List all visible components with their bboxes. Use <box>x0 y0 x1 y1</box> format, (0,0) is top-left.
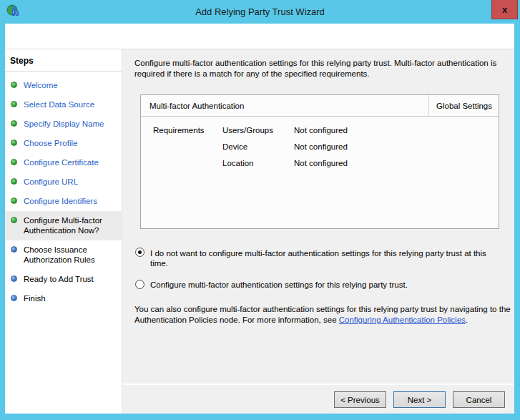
table-row-location: Location Not configured <box>222 159 348 167</box>
requirement-name: Users/Groups <box>222 126 294 135</box>
step-label: Configure URL <box>24 177 78 187</box>
requirements-label: Requirements <box>153 126 222 175</box>
close-icon: x <box>502 5 507 14</box>
configuring-authentication-policies-link[interactable]: Configuring Authentication Policies <box>339 316 466 324</box>
step-item-configure-identifiers: Configure Identifiers <box>5 192 122 211</box>
footnote-period: . <box>466 316 468 324</box>
requirement-name: Device <box>222 142 294 151</box>
wizard-header-band <box>5 24 514 49</box>
step-label: Configure Multi-factor Authentication No… <box>24 215 119 235</box>
step-label: Choose Profile <box>24 138 77 148</box>
step-label: Ready to Add Trust <box>24 274 94 284</box>
titlebar: Add Relying Party Trust Wizard x <box>0 0 520 24</box>
step-label: Select Data Source <box>24 99 94 109</box>
window-title: Add Relying Party Trust Wizard <box>195 6 325 17</box>
page-content: Configure multi-factor authentication se… <box>122 49 514 384</box>
requirement-name: Location <box>222 159 294 167</box>
footnote: You can also configure multi-factor auth… <box>134 304 514 326</box>
step-upcoming-icon <box>11 295 17 301</box>
table-row-users-groups: Users/Groups Not configured <box>222 126 348 135</box>
step-item-choose-profile: Choose Profile <box>5 134 122 153</box>
wizard-window: Add Relying Party Trust Wizard x Steps W… <box>0 0 520 420</box>
table-header-mfa: Multi-factor Authentication <box>141 95 428 116</box>
step-label: Configure Identifiers <box>24 196 97 206</box>
step-item-configure-url: Configure URL <box>5 172 122 192</box>
step-done-icon <box>11 159 17 165</box>
step-label: Specify Display Name <box>24 119 104 129</box>
next-button[interactable]: Next > <box>393 391 446 408</box>
step-done-icon <box>11 82 17 88</box>
radio-unselected-icon[interactable] <box>135 280 144 289</box>
table-header: Multi-factor Authentication Global Setti… <box>141 95 499 117</box>
wizard-page: Configure multi-factor authentication se… <box>122 49 514 414</box>
adfs-app-icon <box>6 4 19 17</box>
requirement-value: Not configured <box>294 142 348 151</box>
step-item-configure-certificate: Configure Certificate <box>5 153 122 172</box>
step-item-choose-issuance-authorization-rules: Choose Issuance Authorization Rules <box>5 240 122 270</box>
table-row-device: Device Not configured <box>222 142 348 151</box>
page-description: Configure multi-factor authentication se… <box>134 58 512 79</box>
footer-bar: < Previous Next > Cancel <box>122 384 514 414</box>
step-item-finish: Finish <box>5 289 122 308</box>
table-header-global-settings: Global Settings <box>428 95 499 116</box>
step-item-welcome: Welcome <box>5 76 122 95</box>
table-body: Requirements Users/Groups Not configured… <box>141 117 499 175</box>
step-done-icon <box>11 178 17 185</box>
option-configure-mfa[interactable]: Configure multi-factor authentication se… <box>135 280 504 290</box>
step-done-icon <box>11 101 17 107</box>
step-item-select-data-source: Select Data Source <box>5 95 122 114</box>
radio-selected-icon[interactable] <box>135 248 144 257</box>
step-done-icon <box>11 197 17 204</box>
close-button[interactable]: x <box>491 0 518 19</box>
option-skip-mfa[interactable]: I do not want to configure multi-factor … <box>135 248 504 268</box>
dialog-body: Steps Welcome Select Data Source Specify… <box>5 24 514 414</box>
previous-button[interactable]: < Previous <box>334 391 386 408</box>
step-upcoming-icon <box>11 246 17 253</box>
step-item-specify-display-name: Specify Display Name <box>5 114 122 134</box>
requirement-value: Not configured <box>294 126 348 135</box>
step-label: Welcome <box>24 80 58 90</box>
step-upcoming-icon <box>11 275 17 282</box>
step-label: Choose Issuance Authorization Rules <box>24 245 119 265</box>
steps-sidebar: Steps Welcome Select Data Source Specify… <box>5 49 122 414</box>
step-label: Configure Certificate <box>24 157 99 167</box>
requirement-value: Not configured <box>294 159 348 167</box>
steps-header: Steps <box>5 56 122 72</box>
step-done-icon <box>11 140 17 146</box>
option-label: Configure multi-factor authentication se… <box>150 280 408 290</box>
step-item-configure-mfa-now: Configure Multi-factor Authentication No… <box>5 211 122 240</box>
step-done-icon <box>11 120 17 127</box>
step-current-icon <box>11 217 17 223</box>
step-item-ready-to-add-trust: Ready to Add Trust <box>5 270 122 289</box>
mfa-settings-table: Multi-factor Authentication Global Setti… <box>140 94 499 229</box>
option-label: I do not want to configure multi-factor … <box>150 248 504 268</box>
cancel-button[interactable]: Cancel <box>453 391 505 408</box>
steps-list: Welcome Select Data Source Specify Displ… <box>5 76 122 308</box>
step-label: Finish <box>24 293 46 303</box>
